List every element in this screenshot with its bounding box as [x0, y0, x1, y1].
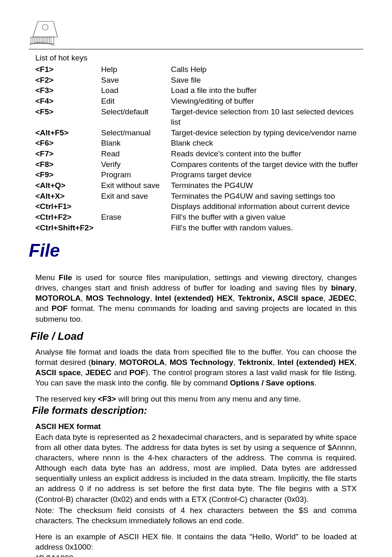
hotkey-name: Help	[101, 64, 171, 75]
hotkey-desc: Displays additional information about cu…	[171, 201, 363, 212]
hotkey-desc: Blank check	[171, 138, 363, 149]
hotkey-intro: List of hot keys	[35, 53, 363, 63]
logo	[29, 21, 62, 47]
table-row: <F3>LoadLoad a file into the buffer	[35, 85, 363, 96]
svg-marker-0	[33, 21, 58, 37]
hotkey-desc: Terminates the PG4UW	[171, 180, 363, 191]
hotkey-name: Load	[101, 85, 171, 96]
header-rule	[29, 49, 363, 49]
hotkey-desc: Save file	[171, 75, 363, 86]
hotkey-desc: Programs target device	[171, 169, 363, 180]
hotkey-desc: Compares contents of the target device w…	[171, 159, 363, 170]
hotkey-name: Edit	[101, 96, 171, 107]
para-ascii-example-intro: Here is an example of ASCII HEX file. It…	[35, 531, 357, 552]
table-row: <Alt+X>Exit and saveTerminates the PG4UW…	[35, 191, 363, 202]
hotkey-name: Select/default	[101, 107, 171, 128]
hotkey-desc: Terminates the PG4UW and saving settings…	[171, 191, 363, 202]
hotkey-name: Select/manual	[101, 128, 171, 138]
hotkey-name	[101, 201, 171, 212]
table-row: <Ctrl+F2>EraseFill's the buffer with a g…	[35, 212, 363, 223]
table-row: <F8>VerifyCompares contents of the targe…	[35, 159, 363, 170]
table-row: <F6>BlankBlank check	[35, 138, 363, 149]
hotkey-key: <Ctrl+Shift+F2>	[35, 223, 101, 233]
hotkey-desc: Calls Help	[171, 64, 363, 75]
hotkey-key: <Alt+Q>	[35, 180, 101, 191]
hotkey-table: <F1>HelpCalls Help <F2>SaveSave file <F3…	[29, 64, 363, 233]
hotkey-key: <F8>	[35, 159, 101, 170]
hotkey-name: Program	[101, 169, 171, 180]
hotkey-desc: Viewing/editing of buffer	[171, 96, 363, 107]
para-ascii-note: Note: The checksum field consists of 4 h…	[35, 505, 357, 526]
ascii-example-line: ^B $A1000,	[35, 553, 357, 557]
hotkey-key: <F4>	[35, 96, 101, 107]
table-row: <Ctrl+F1>Displays additional information…	[35, 201, 363, 212]
table-row: <F1>HelpCalls Help	[35, 64, 363, 75]
hotkey-name: Exit without save	[101, 180, 171, 191]
heading-file: File	[29, 240, 363, 261]
heading-file-load: File / Load	[30, 330, 363, 343]
hotkey-desc: Reads device's content into the buffer	[171, 149, 363, 159]
hotkey-name: Exit and save	[101, 191, 171, 202]
table-row: <F5>Select/defaultTarget-device selectio…	[35, 107, 363, 128]
hotkey-key: <Ctrl+F2>	[35, 212, 101, 223]
heading-ascii-hex: ASCII HEX format	[35, 422, 363, 431]
hotkey-name: Save	[101, 75, 171, 86]
hotkey-key: <F6>	[35, 138, 101, 149]
hotkey-key: <F5>	[35, 107, 101, 128]
table-row: <Ctrl+Shift+F2>Fill's the buffer with ra…	[35, 223, 363, 233]
table-row: <F9>ProgramPrograms target device	[35, 169, 363, 180]
hotkey-key: <Alt+F5>	[35, 128, 101, 138]
para-reserved-key: The reserved key <F3> will bring out thi…	[35, 394, 357, 404]
hotkey-key: <F3>	[35, 85, 101, 96]
hotkey-key: <Ctrl+F1>	[35, 201, 101, 212]
table-row: <F4>EditViewing/editing of buffer	[35, 96, 363, 107]
hotkey-key: <F9>	[35, 169, 101, 180]
hotkey-name: Blank	[101, 138, 171, 149]
para-ascii-hex-1: Each data byte is represented as 2 hexad…	[35, 432, 357, 504]
hotkey-key: <F1>	[35, 64, 101, 75]
hotkey-key: <F7>	[35, 149, 101, 159]
hotkey-desc: Fill's the buffer with random values.	[171, 223, 363, 233]
para-file-load: Analyse file format and loads the data f…	[35, 347, 357, 388]
hotkey-name: Verify	[101, 159, 171, 170]
hotkey-key: <Alt+X>	[35, 191, 101, 202]
para-menu-file: Menu File is used for source files manip…	[35, 272, 357, 324]
svg-point-1	[42, 24, 48, 30]
heading-file-formats: File formats description:	[32, 405, 363, 416]
table-row: <F7>ReadReads device's content into the …	[35, 149, 363, 159]
hotkey-key: <F2>	[35, 75, 101, 86]
hotkey-name: Read	[101, 149, 171, 159]
table-row: <Alt+F5>Select/manualTarget-device selec…	[35, 128, 363, 138]
table-row: <F2>SaveSave file	[35, 75, 363, 86]
hotkey-name	[101, 223, 171, 233]
hotkey-desc: Fill's the buffer with a given value	[171, 212, 363, 223]
hotkey-desc: Target-device selection by typing device…	[171, 128, 363, 138]
hotkey-desc: Load a file into the buffer	[171, 85, 363, 96]
hotkey-name: Erase	[101, 212, 171, 223]
table-row: <Alt+Q>Exit without saveTerminates the P…	[35, 180, 363, 191]
hotkey-desc: Target-device selection from 10 last sel…	[171, 107, 363, 128]
